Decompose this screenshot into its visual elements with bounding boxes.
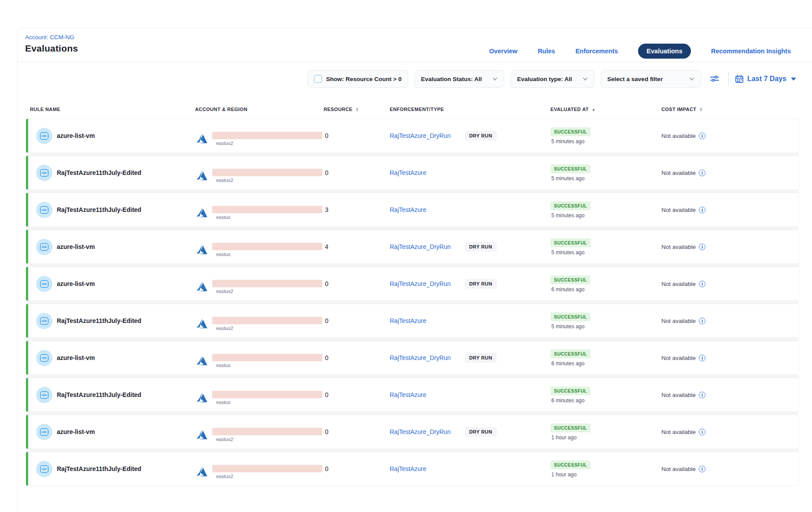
enforcement-link[interactable]: RajTestAzure: [390, 169, 426, 176]
azure-icon: [195, 169, 209, 182]
evaluations-table: RULE NAME ACCOUNT & REGION RESOURCE ▲▼ E…: [26, 100, 799, 486]
table-row[interactable]: </> azure-list-vm eastus2 0 RajTestAzure…: [26, 415, 799, 449]
info-icon[interactable]: i: [699, 466, 705, 472]
azure-icon: [195, 391, 209, 404]
status-badge: SUCCESSFUL: [550, 349, 591, 358]
info-icon[interactable]: i: [699, 318, 705, 324]
sort-ascending-icon[interactable]: ▲: [592, 108, 595, 111]
enforcement-link[interactable]: RajTestAzure: [390, 391, 426, 398]
evaluated-time: 1 hour ago: [550, 434, 576, 441]
enforcement-link[interactable]: RajTestAzure: [390, 317, 426, 324]
enforcement-link[interactable]: RajTestAzure: [390, 465, 426, 472]
enforcement-link[interactable]: RajTestAzure_DryRun: [390, 243, 451, 250]
tab-rules[interactable]: Rules: [538, 48, 555, 55]
col-header-rule-name[interactable]: RULE NAME: [26, 107, 195, 112]
rule-icon: </>: [36, 313, 52, 329]
enforcement-link[interactable]: RajTestAzure_DryRun: [390, 354, 451, 361]
rule-name: RajTestAzure11thJuly-Edited: [57, 391, 141, 398]
date-range-value: Last 7 Days: [747, 75, 786, 83]
cost-impact-value: Not available: [661, 466, 696, 472]
region-label: eastus2: [212, 474, 322, 479]
account-name-redacted: [212, 206, 322, 213]
account-breadcrumb-link[interactable]: Account: CCM-NG: [25, 34, 78, 41]
evaluation-status-dropdown[interactable]: Evaluation Status: All: [414, 70, 504, 88]
dry-run-badge: DRY RUN: [465, 353, 497, 363]
saved-filter-dropdown[interactable]: Select a saved filter: [601, 70, 701, 88]
info-icon[interactable]: i: [699, 133, 705, 139]
info-icon[interactable]: i: [699, 207, 705, 213]
table-row[interactable]: </> RajTestAzure11thJuly-Edited eastus 0…: [26, 378, 799, 412]
enforcement-link[interactable]: RajTestAzure_DryRun: [390, 280, 451, 287]
status-badge: SUCCESSFUL: [550, 312, 591, 321]
region-label: eastus: [212, 400, 322, 405]
status-badge: SUCCESSFUL: [550, 238, 591, 247]
col-header-account-region[interactable]: ACCOUNT & REGION: [195, 107, 324, 112]
col-header-cost-impact[interactable]: COST IMPACT ▲▼: [661, 107, 799, 112]
info-icon[interactable]: i: [699, 355, 705, 361]
table-row[interactable]: </> RajTestAzure11thJuly-Edited eastus2 …: [26, 304, 799, 338]
region-label: eastus: [212, 215, 322, 220]
table-row[interactable]: </> azure-list-vm eastus 4 RajTestAzure_…: [26, 230, 799, 263]
enforcement-link[interactable]: RajTestAzure_DryRun: [390, 132, 451, 139]
dry-run-badge: DRY RUN: [465, 242, 497, 252]
table-header-row: RULE NAME ACCOUNT & REGION RESOURCE ▲▼ E…: [26, 100, 799, 119]
evaluated-time: 1 hour ago: [550, 471, 576, 478]
resource-count: 3: [324, 206, 390, 213]
account-name-redacted: [212, 354, 322, 361]
col-header-evaluated-at[interactable]: EVALUATED AT ▲: [550, 107, 661, 112]
row-status-accent: [26, 304, 28, 338]
azure-icon: [195, 132, 209, 145]
enforcement-link[interactable]: RajTestAzure: [390, 206, 426, 213]
region-label: eastus2: [212, 289, 322, 294]
evaluated-time: 6 minutes ago: [550, 286, 584, 293]
evaluation-type-dropdown[interactable]: Evaluation type: All: [510, 70, 594, 88]
table-row[interactable]: </> azure-list-vm eastus2 0 RajTestAzure…: [26, 119, 799, 152]
tab-overview[interactable]: Overview: [489, 48, 518, 55]
region-label: eastus2: [212, 141, 322, 146]
region-label: eastus2: [212, 437, 322, 442]
row-status-accent: [26, 452, 28, 486]
code-rule-icon: </>: [40, 206, 48, 214]
info-icon[interactable]: i: [699, 244, 705, 250]
dry-run-badge: DRY RUN: [465, 131, 497, 141]
cost-impact-value: Not available: [661, 133, 696, 139]
table-row[interactable]: </> azure-list-vm eastus 0 RajTestAzure_…: [26, 341, 799, 375]
col-header-enforcement-type[interactable]: ENFORCEMENT/TYPE: [390, 107, 550, 112]
enforcement-link[interactable]: RajTestAzure_DryRun: [390, 428, 451, 435]
status-badge: SUCCESSFUL: [550, 127, 591, 136]
account-name-redacted: [212, 317, 322, 324]
rule-name: RajTestAzure11thJuly-Edited: [57, 169, 141, 176]
sort-icon[interactable]: ▲▼: [699, 107, 702, 111]
resource-count-checkbox[interactable]: [314, 75, 322, 83]
cost-impact-value: Not available: [661, 355, 696, 361]
filter-settings-button[interactable]: [707, 71, 722, 86]
resource-count: 0: [324, 317, 390, 324]
sort-icon[interactable]: ▲▼: [356, 107, 359, 111]
status-badge: SUCCESSFUL: [550, 164, 591, 173]
evaluated-time: 6 minutes ago: [550, 397, 584, 404]
info-icon[interactable]: i: [699, 281, 705, 287]
table-row[interactable]: </> RajTestAzure11thJuly-Edited eastus 3…: [26, 193, 799, 226]
dry-run-badge: DRY RUN: [465, 279, 497, 289]
azure-icon: [195, 317, 209, 330]
tab-evaluations[interactable]: Evaluations: [638, 44, 690, 59]
tab-enforcements[interactable]: Enforcements: [576, 48, 618, 55]
azure-icon: [195, 280, 209, 293]
table-row[interactable]: </> RajTestAzure11thJuly-Edited eastus2 …: [26, 156, 799, 189]
row-status-accent: [26, 378, 28, 412]
info-icon[interactable]: i: [699, 392, 705, 398]
resource-count-filter[interactable]: Show: Resource Count > 0: [307, 70, 408, 88]
table-row[interactable]: </> RajTestAzure11thJuly-Edited eastus2 …: [26, 452, 799, 486]
date-range-picker[interactable]: Last 7 Days: [735, 74, 796, 83]
col-header-resource[interactable]: RESOURCE ▲▼: [324, 107, 390, 112]
info-icon[interactable]: i: [699, 429, 705, 435]
table-row[interactable]: </> azure-list-vm eastus2 0 RajTestAzure…: [26, 267, 799, 301]
info-icon[interactable]: i: [699, 170, 705, 176]
rule-icon: </>: [36, 202, 52, 218]
row-status-accent: [26, 341, 28, 375]
tab-recommendation-insights[interactable]: Recommendation Insights: [711, 48, 791, 55]
code-rule-icon: </>: [40, 280, 48, 288]
rule-icon: </>: [36, 350, 52, 366]
evaluated-time: 6 minutes ago: [550, 360, 584, 367]
cost-impact-value: Not available: [661, 281, 696, 287]
